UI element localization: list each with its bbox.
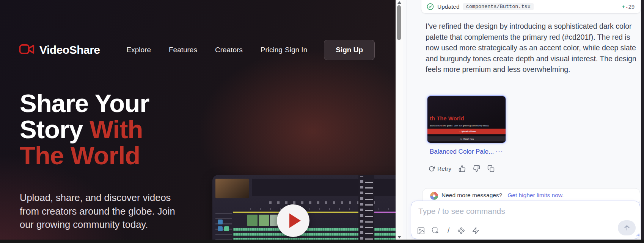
editor-preview-photo: [215, 179, 249, 198]
retry-icon: [429, 166, 435, 172]
thumb-hero-subtext: deos around the globe. Join our growing …: [430, 125, 489, 127]
hero-line-2: Story With: [20, 116, 149, 142]
thumb-primary-button: ↑Upload a Video: [427, 129, 506, 134]
artifact-thumbnail-content: th The World deos around the globe. Join…: [427, 96, 506, 143]
screenshot-root: VideoShare Explore Features Creators Pri…: [0, 0, 644, 243]
artifact-title-link[interactable]: Balanced Color Pale...: [430, 148, 494, 156]
editor-decor: [218, 220, 223, 224]
diff-count: 29: [628, 4, 635, 10]
scroll-up-arrow-icon[interactable]: [397, 1, 401, 4]
file-update-row: Updated components/Button.tsx + - 29: [427, 3, 635, 10]
updated-file-chip[interactable]: components/Button.tsx: [463, 3, 534, 10]
site-header: VideoShare Explore Features Creators Pri…: [19, 39, 375, 61]
vertical-scrollbar[interactable]: [396, 0, 403, 243]
window-edge-bottom: [0, 240, 644, 243]
panel-divider: [407, 0, 407, 243]
site-logo[interactable]: VideoShare: [19, 44, 100, 56]
sign-up-button[interactable]: Sign Up: [324, 40, 375, 60]
nav-pricing[interactable]: Pricing: [261, 46, 283, 54]
hero-heading: Share Your Story With The World: [20, 90, 149, 168]
arrow-up-icon: [623, 224, 631, 232]
composer-toolbar: /: [417, 226, 480, 235]
components-icon[interactable]: [457, 227, 465, 235]
message-actions: Retry: [429, 165, 495, 172]
thumb-primary-label: Upload a Video: [461, 130, 476, 132]
upload-icon: ↑: [459, 130, 460, 132]
limits-upgrade-link[interactable]: Get higher limits now.: [507, 192, 564, 199]
limits-prompt: Need more messages?: [441, 192, 502, 199]
scrollbar-thumb[interactable]: [397, 5, 401, 40]
quick-actions-icon[interactable]: [472, 227, 480, 235]
pinwheel-icon: [430, 192, 438, 200]
update-status-label: Updated: [437, 3, 460, 10]
play-button[interactable]: [277, 204, 309, 237]
editor-decor: [358, 175, 374, 243]
composer-input[interactable]: [418, 206, 601, 216]
thumbs-down-button[interactable]: [473, 165, 480, 172]
diff-plus: +: [622, 4, 625, 10]
hero-video-player[interactable]: [212, 175, 396, 243]
send-button[interactable]: [618, 220, 636, 235]
thumbs-up-button[interactable]: [459, 165, 466, 172]
nav-creators[interactable]: Creators: [215, 46, 243, 54]
resize-handle-icon[interactable]: [635, 231, 639, 238]
hero-line-1: Share Your: [20, 90, 149, 116]
thumb-hero-heading: th The World: [430, 115, 464, 122]
window-edge-right: [641, 0, 644, 243]
video-camera-icon: [19, 44, 35, 56]
thumb-secondary-button: ▷Watch Now: [427, 136, 506, 141]
hero-line-2-red: With: [90, 115, 143, 143]
assistant-message: I've refined the design by introducing a…: [426, 21, 640, 75]
editor-decor: [224, 226, 229, 231]
nav-features[interactable]: Features: [169, 46, 197, 54]
hero-subtitle: Upload, share, and discover videos from …: [20, 191, 182, 232]
image-attach-icon[interactable]: [417, 227, 425, 235]
diff-minus: -: [626, 4, 628, 10]
retry-button[interactable]: Retry: [429, 165, 451, 172]
play-outline-icon: ▷: [461, 138, 462, 140]
copy-button[interactable]: [487, 165, 495, 172]
artifact-menu-icon[interactable]: ⋯: [495, 147, 503, 156]
file-update-card[interactable]: Updated components/Button.tsx + - 29: [421, 0, 641, 14]
artifact-thumbnail[interactable]: th The World deos around the globe. Join…: [427, 95, 506, 143]
thumb-secondary-label: Watch Now: [463, 138, 474, 140]
hero-line-3: The World: [20, 142, 149, 168]
site-preview: VideoShare Explore Features Creators Pri…: [0, 0, 396, 243]
diff-stat: + - 29: [622, 4, 635, 10]
message-composer[interactable]: /: [411, 201, 640, 239]
check-circle-icon: [427, 3, 434, 10]
hero-line-2-white: Story: [20, 115, 90, 143]
scroll-down-arrow-icon[interactable]: [397, 236, 401, 238]
retry-label: Retry: [437, 165, 451, 172]
select-element-icon[interactable]: [432, 227, 440, 235]
editor-decor: [218, 226, 223, 231]
site-nav: Explore Features Creators Pricing: [127, 46, 283, 54]
brand-name: VideoShare: [39, 44, 100, 56]
sign-in-link[interactable]: Sign In: [285, 46, 307, 54]
nav-explore[interactable]: Explore: [127, 46, 151, 54]
play-icon: [289, 213, 301, 228]
slash-command-icon[interactable]: /: [446, 226, 451, 235]
